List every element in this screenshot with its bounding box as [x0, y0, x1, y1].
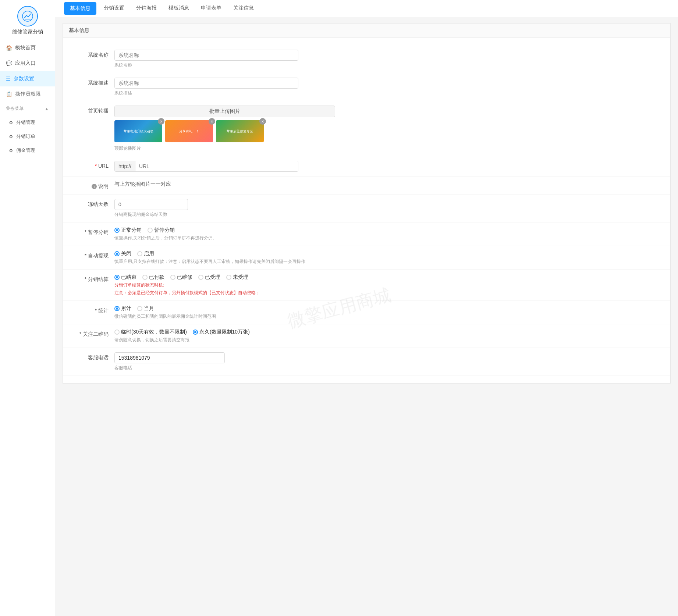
qrcode-temp-radio[interactable]: 临时(30天有效，数量不限制) — [114, 329, 187, 335]
settle-received-label: 已受理 — [205, 274, 220, 281]
qrcode-perm-circle — [193, 330, 198, 335]
auto-withdraw-enable-label: 启用 — [144, 250, 154, 257]
freeze-input[interactable] — [114, 199, 188, 210]
pause-field: 正常分销 暂停分销 慎重操作,关闭分销之后，分销订单讲不再进行分佣。 — [114, 227, 663, 241]
chevron-down-icon: ▲ — [45, 106, 49, 111]
settle-radio-group: 已结束 已付款 已维修 — [114, 274, 663, 281]
settle-repaired-label: 已维修 — [177, 274, 192, 281]
commission-icon: ⚙ — [9, 148, 13, 153]
url-desc-value: 与上方轮播图片一一对应 — [114, 181, 171, 187]
settle-repaired-radio[interactable]: 已维修 — [170, 274, 192, 281]
banner-close-3[interactable]: ✕ — [259, 118, 266, 125]
settle-received-radio[interactable]: 已受理 — [198, 274, 220, 281]
auto-withdraw-close-label: 关闭 — [121, 250, 131, 257]
freeze-row: 冻结天数 分销商提现的佣金冻结天数 — [63, 195, 670, 222]
banner-close-1[interactable]: ✕ — [158, 118, 164, 125]
auto-withdraw-close-circle — [114, 251, 120, 256]
settle-ended-radio[interactable]: 已结束 — [114, 274, 136, 281]
banner-item-3: ✕ 苹果后盖修复专区 — [216, 120, 264, 142]
pause-stop-circle — [148, 228, 153, 233]
settle-repaired-circle — [170, 275, 175, 280]
banner-close-2[interactable]: ✕ — [209, 118, 215, 125]
url-input-wrapper: http:// — [114, 161, 298, 172]
pause-row: * 暂停分销 正常分销 暂停分销 慎重操作,关闭分 — [63, 222, 670, 246]
banner-image-3: 苹果后盖修复专区 — [216, 120, 264, 142]
stat-radio-group: 累计 当月 — [114, 305, 663, 312]
pause-radio-group: 正常分销 暂停分销 — [114, 227, 663, 234]
url-row: URL http:// — [63, 156, 670, 177]
auto-withdraw-label: * 自动提现 — [70, 250, 114, 259]
sidebar-item-apps[interactable]: 💬 应用入口 — [0, 56, 55, 71]
qrcode-radio-group: 临时(30天有效，数量不限制) 永久(数量限制10万张) — [114, 329, 663, 335]
order-icon: ⚙ — [9, 134, 13, 139]
banner-row: 首页轮播 批量上传图片 ✕ 苹果电池升级大召唤 — [63, 101, 670, 156]
tab-poster[interactable]: 分销海报 — [130, 0, 163, 17]
settle-paid-radio[interactable]: 已付款 — [142, 274, 164, 281]
stat-label: * 统计 — [70, 305, 114, 314]
sidebar: 维修管家分销 🏠 模块首页 💬 应用入口 ☰ 参数设置 📋 操作员权限 业务菜单… — [0, 0, 55, 616]
sidebar-item-settings[interactable]: ☰ 参数设置 — [0, 71, 55, 86]
sidebar-item-distribution[interactable]: ⚙ 分销管理 — [0, 115, 55, 129]
service-phone-field: 客服电话 — [114, 352, 663, 371]
auto-withdraw-enable-radio[interactable]: 启用 — [137, 250, 154, 257]
pause-stop-radio[interactable]: 暂停分销 — [148, 227, 175, 234]
system-desc-row: 系统描述 系统描述 — [63, 73, 670, 101]
section-title: 基本信息 — [69, 27, 89, 33]
auto-withdraw-close-radio[interactable]: 关闭 — [114, 250, 131, 257]
service-phone-row: 客服电话 客服电话 — [63, 348, 670, 376]
settle-paid-circle — [142, 275, 148, 280]
sidebar-item-commission[interactable]: ⚙ 佣金管理 — [0, 143, 55, 157]
home-icon: 🏠 — [6, 45, 12, 51]
pause-hint: 慎重操作,关闭分销之后，分销订单讲不再进行分佣。 — [114, 235, 663, 241]
logo-icon — [17, 6, 38, 26]
stat-hint: 微信碰我的员工和我的团队的展示佣金统计时间范围 — [114, 313, 663, 320]
tab-distribution-settings[interactable]: 分销设置 — [98, 0, 130, 17]
sidebar-item-home[interactable]: 🏠 模块首页 — [0, 40, 55, 56]
sidebar-item-permission[interactable]: 📋 操作员权限 — [0, 86, 55, 102]
settings-icon: ☰ — [6, 76, 11, 82]
stat-cumulative-label: 累计 — [121, 305, 131, 312]
banner-images: ✕ 苹果电池升级大召唤 ✕ 分享有礼！！ — [114, 120, 663, 142]
url-label: URL — [70, 161, 114, 169]
qrcode-perm-label: 永久(数量限制10万张) — [199, 329, 250, 335]
upload-button[interactable]: 批量上传图片 — [114, 106, 335, 117]
banner-image-1: 苹果电池升级大召唤 — [114, 120, 162, 142]
url-desc-label: i 说明 — [70, 181, 114, 190]
tab-follow-info[interactable]: 关注信息 — [227, 0, 260, 17]
banner-label: 首页轮播 — [70, 106, 114, 114]
tab-template-msg[interactable]: 模板消息 — [163, 0, 195, 17]
stat-field: 累计 当月 微信碰我的员工和我的团队的展示佣金统计时间范围 — [114, 305, 663, 320]
qrcode-label: * 关注二维码 — [70, 329, 114, 338]
tab-apply-form[interactable]: 申请表单 — [195, 0, 227, 17]
banner-image-2: 分享有礼！！ — [165, 120, 213, 142]
system-desc-label: 系统描述 — [70, 78, 114, 86]
auto-withdraw-hint: 慎重启用,只支持在线打款；注意：启用状态不要再人工审核，如果操作请先关闭后间隔一… — [114, 259, 663, 265]
stat-month-radio[interactable]: 当月 — [137, 305, 154, 312]
system-desc-hint: 系统描述 — [114, 90, 663, 96]
settle-paid-label: 已付款 — [149, 274, 164, 281]
system-desc-input[interactable] — [114, 78, 298, 89]
main-content: 基本信息 分销设置 分销海报 模板消息 申请表单 关注信息 基本信息 系统名称 … — [55, 0, 678, 616]
url-input[interactable] — [135, 161, 298, 171]
permission-icon: 📋 — [6, 91, 12, 97]
settle-not-received-label: 未受理 — [233, 274, 248, 281]
system-name-input[interactable] — [114, 50, 298, 61]
service-phone-input[interactable] — [114, 352, 225, 363]
business-menu-section[interactable]: 业务菜单 ▲ — [0, 102, 55, 115]
auto-withdraw-row: * 自动提现 关闭 启用 慎重启用,只支持在线打款 — [63, 246, 670, 270]
banner-item-2: ✕ 分享有礼！！ — [165, 120, 213, 142]
url-desc-field: 与上方轮播图片一一对应 — [114, 181, 663, 188]
stat-cumulative-radio[interactable]: 累计 — [114, 305, 131, 312]
form-container: 系统名称 系统名称 系统描述 系统描述 首页轮播 — [63, 38, 670, 383]
qrcode-row: * 关注二维码 临时(30天有效，数量不限制) 永久(数量限制10万张) — [63, 324, 670, 348]
settle-not-received-radio[interactable]: 未受理 — [226, 274, 248, 281]
settle-row: * 分销结算 已结束 已付款 — [63, 270, 670, 301]
settle-not-received-circle — [226, 275, 231, 280]
pause-normal-radio[interactable]: 正常分销 — [114, 227, 142, 234]
system-name-row: 系统名称 系统名称 — [63, 45, 670, 73]
freeze-label: 冻结天数 — [70, 199, 114, 208]
sidebar-item-orders[interactable]: ⚙ 分销订单 — [0, 129, 55, 143]
qrcode-perm-radio[interactable]: 永久(数量限制10万张) — [193, 329, 250, 335]
tab-basic-info[interactable]: 基本信息 — [64, 2, 96, 15]
qrcode-field: 临时(30天有效，数量不限制) 永久(数量限制10万张) 请勿随意切换，切换之后… — [114, 329, 663, 343]
